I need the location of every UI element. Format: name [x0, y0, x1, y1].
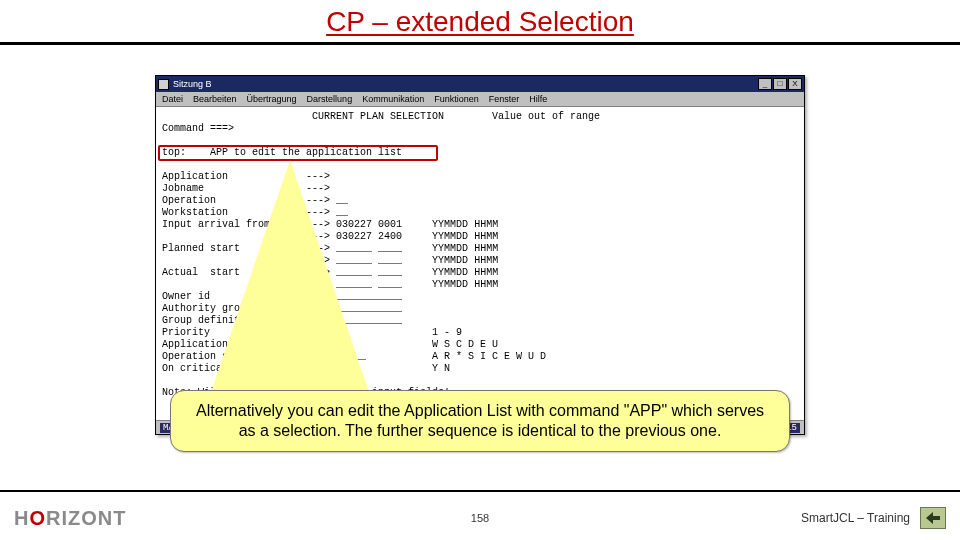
- menu-help[interactable]: Hilfe: [529, 94, 547, 104]
- arrow-left-icon: [925, 511, 941, 525]
- callout-text: Alternatively you can edit the Applicati…: [196, 402, 764, 439]
- window-title: Sitzung B: [173, 79, 212, 89]
- minimize-button[interactable]: _: [758, 78, 772, 90]
- val-operation[interactable]: __: [336, 195, 348, 206]
- val-from-date[interactable]: 030227: [336, 219, 372, 230]
- course-label: SmartJCL – Training: [801, 511, 910, 525]
- menu-window[interactable]: Fenster: [489, 94, 520, 104]
- val-workstation[interactable]: __: [336, 207, 348, 218]
- menu-edit[interactable]: Bearbeiten: [193, 94, 237, 104]
- top-line: top: APP to edit the application list: [162, 147, 402, 158]
- menu-functions[interactable]: Funktionen: [434, 94, 479, 104]
- slide-title: CP – extended Selection: [0, 0, 960, 42]
- menubar: Datei Bearbeiten Übertragung Darstellung…: [156, 92, 804, 107]
- field-input-from: Input arrival from: [162, 219, 270, 230]
- field-priority: Priority: [162, 327, 210, 338]
- menu-file[interactable]: Datei: [162, 94, 183, 104]
- page-number: 158: [471, 512, 489, 524]
- val-to-time[interactable]: 2400: [378, 231, 402, 242]
- val-to-date[interactable]: 030227: [336, 231, 372, 242]
- app-icon: [158, 79, 169, 90]
- close-button[interactable]: X: [788, 78, 802, 90]
- command-prompt[interactable]: Command ===>: [162, 123, 234, 134]
- field-planned: Planned start: [162, 243, 240, 254]
- field-owner: Owner id: [162, 291, 210, 302]
- field-jobname: Jobname: [162, 183, 204, 194]
- field-application: Application: [162, 171, 228, 182]
- field-operation: Operation: [162, 195, 216, 206]
- field-actual: Actual start: [162, 267, 240, 278]
- title-rule: [0, 42, 960, 45]
- panel-title: CURRENT PLAN SELECTION Value out of rang…: [162, 111, 600, 122]
- val-from-time[interactable]: 0001: [378, 219, 402, 230]
- nav-back-button[interactable]: [920, 507, 946, 529]
- brand-logo: HORIZONT: [14, 507, 126, 530]
- field-workstation: Workstation: [162, 207, 228, 218]
- callout-box: Alternatively you can edit the Applicati…: [170, 390, 790, 452]
- window-titlebar: Sitzung B _ □ X: [156, 76, 804, 92]
- menu-transfer[interactable]: Übertragung: [247, 94, 297, 104]
- menu-comm[interactable]: Kommunikation: [362, 94, 424, 104]
- footer: HORIZONT 158 SmartJCL – Training: [0, 496, 960, 540]
- footer-rule: [0, 490, 960, 492]
- maximize-button[interactable]: □: [773, 78, 787, 90]
- menu-view[interactable]: Darstellung: [307, 94, 353, 104]
